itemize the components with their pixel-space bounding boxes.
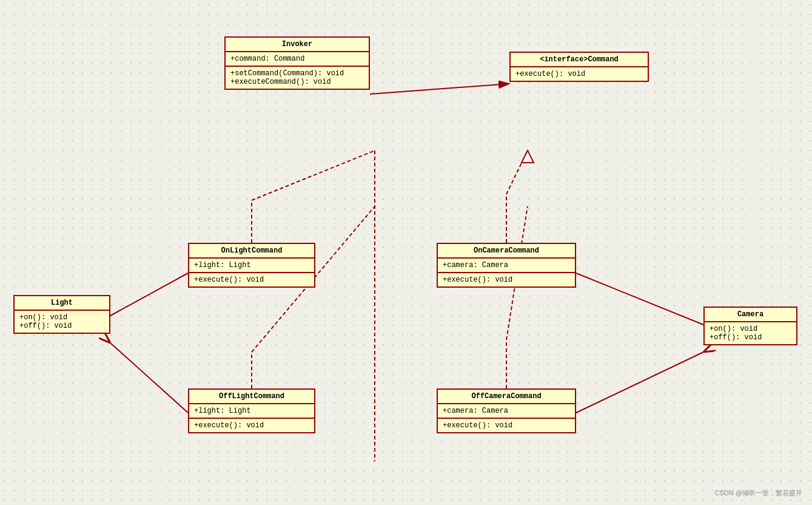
light-box: Light +on(): void +off(): void xyxy=(13,295,110,334)
on-camera-command-attr-0: +camera: Camera xyxy=(443,261,570,269)
diagram-canvas: Invoker +command: Command +setCommand(Co… xyxy=(0,0,812,505)
light-method-0: +on(): void xyxy=(19,313,104,322)
off-light-command-methods: +execute(): void xyxy=(189,419,314,432)
on-light-command-methods: +execute(): void xyxy=(189,273,314,286)
off-light-command-attr-0: +light: Light xyxy=(194,407,309,415)
svg-line-0 xyxy=(370,84,509,94)
on-camera-command-box: OnCameraCommand +camera: Camera +execute… xyxy=(437,243,576,288)
invoker-attr-0: +command: Command xyxy=(230,55,364,63)
on-camera-command-attrs: +camera: Camera xyxy=(438,259,575,273)
command-interface-box: <interface>Command +execute(): void xyxy=(509,52,649,82)
off-camera-command-methods: +execute(): void xyxy=(438,419,575,432)
off-camera-command-box: OffCameraCommand +camera: Camera +execut… xyxy=(437,388,576,433)
light-methods: +on(): void +off(): void xyxy=(15,311,109,333)
command-interface-title: <interface>Command xyxy=(511,53,648,67)
svg-line-6 xyxy=(506,151,528,194)
off-camera-command-title: OffCameraCommand xyxy=(438,390,575,404)
off-light-command-box: OffLightCommand +light: Light +execute()… xyxy=(188,388,315,433)
invoker-attrs: +command: Command xyxy=(226,52,369,67)
camera-method-1: +off(): void xyxy=(710,333,791,342)
camera-box: Camera +on(): void +off(): void xyxy=(703,307,797,345)
off-camera-command-attr-0: +camera: Camera xyxy=(443,407,570,415)
svg-line-14 xyxy=(576,352,703,413)
on-light-command-method-0: +execute(): void xyxy=(194,276,309,284)
on-camera-command-method-0: +execute(): void xyxy=(443,276,570,284)
light-title: Light xyxy=(15,296,109,311)
on-camera-command-methods: +execute(): void xyxy=(438,273,575,286)
invoker-title: Invoker xyxy=(226,38,369,52)
watermark: CSDN @倾听一世，繁花盛开 xyxy=(715,489,802,498)
off-light-command-attrs: +light: Light xyxy=(189,404,314,419)
camera-methods: +on(): void +off(): void xyxy=(705,322,796,344)
on-light-command-box: OnLightCommand +light: Light +execute():… xyxy=(188,243,315,288)
off-light-command-title: OffLightCommand xyxy=(189,390,314,404)
svg-line-12 xyxy=(110,343,188,413)
off-camera-command-method-0: +execute(): void xyxy=(443,421,570,430)
invoker-method-0: +setCommand(Command): void xyxy=(230,69,364,78)
on-light-command-attr-0: +light: Light xyxy=(194,261,309,269)
invoker-method-1: +executeCommand(): void xyxy=(230,78,364,86)
on-light-command-title: OnLightCommand xyxy=(189,244,314,259)
invoker-box: Invoker +command: Command +setCommand(Co… xyxy=(224,36,370,90)
on-camera-command-title: OnCameraCommand xyxy=(438,244,575,259)
command-interface-method-0: +execute(): void xyxy=(515,70,643,78)
invoker-methods: +setCommand(Command): void +executeComma… xyxy=(226,67,369,89)
svg-line-13 xyxy=(576,273,703,325)
camera-title: Camera xyxy=(705,308,796,322)
on-light-command-attrs: +light: Light xyxy=(189,259,314,273)
command-interface-methods: +execute(): void xyxy=(511,67,648,81)
svg-line-2 xyxy=(252,151,375,200)
svg-line-11 xyxy=(110,273,188,316)
camera-method-0: +on(): void xyxy=(710,325,791,333)
off-camera-command-attrs: +camera: Camera xyxy=(438,404,575,419)
off-light-command-method-0: +execute(): void xyxy=(194,421,309,430)
arrows-layer xyxy=(0,0,812,505)
svg-marker-10 xyxy=(522,151,534,163)
light-method-1: +off(): void xyxy=(19,322,104,330)
